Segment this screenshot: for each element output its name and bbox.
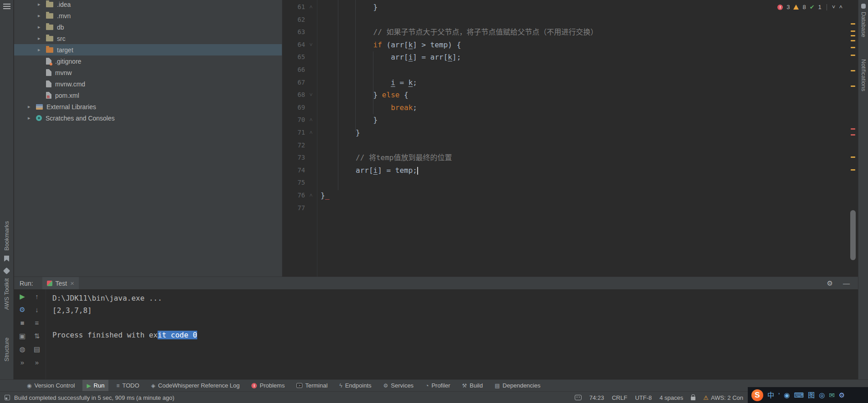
chevron-right-icon[interactable]: ▸ <box>28 104 36 110</box>
stripe-mark[interactable] <box>851 30 855 32</box>
tree-item-src[interactable]: ▸src <box>14 33 282 44</box>
print-button[interactable]: ▤ <box>34 346 40 353</box>
rerun-button[interactable]: ▶ <box>20 293 25 300</box>
toolwindow-version-control[interactable]: ◉Version Control <box>23 380 79 391</box>
more-actions-button[interactable]: » <box>35 359 39 366</box>
code-text[interactable]: } <box>317 114 378 126</box>
caret-position[interactable]: 74:23 <box>589 394 604 401</box>
stripe-mark[interactable] <box>851 23 855 25</box>
file-encoding[interactable]: UTF-8 <box>635 394 652 401</box>
aws-toolkit-icon[interactable] <box>3 267 10 275</box>
code-text[interactable] <box>317 64 321 76</box>
toolwindow-dependencies[interactable]: ▤Dependencies <box>490 380 544 391</box>
toolwindow-run[interactable]: ▶Run <box>82 380 108 391</box>
stripe-mark[interactable] <box>851 55 855 56</box>
sidebar-item-structure[interactable]: Structure <box>3 338 10 362</box>
code-text[interactable] <box>317 176 321 189</box>
code-text[interactable]: } <box>317 1 378 14</box>
toolwindow-services[interactable]: ⚙Services <box>379 380 418 391</box>
thread-dump-button[interactable]: ▣ <box>19 332 26 339</box>
code-text[interactable]: } <box>317 126 360 139</box>
code-text[interactable]: break; <box>317 101 417 114</box>
codewhisperer-status-icon[interactable] <box>575 395 582 400</box>
toolbox-icon[interactable]: ◎ <box>819 392 825 398</box>
sidebar-item-database[interactable]: Database <box>860 12 867 37</box>
fold-marker-icon[interactable]: ˄ <box>305 114 317 126</box>
tree-item--mvn[interactable]: ▸.mvn <box>14 10 282 21</box>
stop-button[interactable]: ■ <box>20 319 24 326</box>
stripe-mark[interactable] <box>851 35 855 36</box>
toolwindow-todo[interactable]: ≡TODO <box>112 380 143 391</box>
prev-problem-icon[interactable]: ˄ <box>839 4 842 10</box>
tree-item--idea[interactable]: ▸.idea <box>14 0 282 10</box>
fold-marker-icon[interactable]: ˄ <box>305 189 317 202</box>
restore-layout-button[interactable]: ≡ <box>35 319 39 326</box>
error-stripe[interactable] <box>850 0 856 277</box>
stripe-mark[interactable] <box>851 47 855 48</box>
stripe-mark[interactable] <box>851 134 855 136</box>
toolwindow-build[interactable]: ⚒Build <box>458 380 487 391</box>
toolwindow-endpoints[interactable]: ϟEndpoints <box>335 380 375 391</box>
chevron-right-icon[interactable]: ▸ <box>28 115 36 121</box>
code-text[interactable]: // 如果子节点大于父节点，将子节点值赋给父节点（不用进行交换） <box>317 26 598 39</box>
fold-marker-icon[interactable]: ˄ <box>305 126 317 139</box>
tool-window-icon[interactable] <box>5 395 10 400</box>
sogou-logo-icon[interactable]: S <box>751 389 763 401</box>
tree-item-mvnw-cmd[interactable]: mvnw.cmd <box>14 78 282 90</box>
modify-run-configuration-button[interactable]: ⚙ <box>19 306 25 313</box>
tree-item--gitignore[interactable]: .gitignore <box>14 55 282 67</box>
stripe-mark[interactable] <box>851 128 855 130</box>
inspections-widget[interactable]: ! 3 8 ✔ 1 ˅ ˄ <box>777 4 842 10</box>
code-text[interactable]: arr[i] = temp; <box>317 164 418 177</box>
more-options-button[interactable]: » <box>20 359 24 366</box>
sort-button[interactable]: ⇅ <box>34 332 40 339</box>
next-problem-icon[interactable]: ˅ <box>832 4 836 10</box>
line-separator[interactable]: CRLF <box>612 394 627 401</box>
chevron-right-icon[interactable]: ▸ <box>38 47 46 53</box>
tree-item-target[interactable]: ▸target <box>14 44 282 55</box>
tree-item-external-libraries[interactable]: ▸External Libraries <box>14 101 282 112</box>
toolwindow-terminal[interactable]: >Terminal <box>292 380 332 391</box>
ime-language-icon[interactable]: 中 <box>767 392 774 398</box>
fold-marker-icon[interactable]: ˅ <box>305 89 317 101</box>
up-stack-trace-button[interactable]: ↑ <box>35 293 39 300</box>
code-text[interactable]: // 将temp值放到最终的位置 <box>317 151 452 164</box>
code-text[interactable] <box>317 202 321 215</box>
code-text[interactable]: i = k; <box>317 76 417 89</box>
sidebar-item-aws-toolkit[interactable]: AWS Toolkit <box>3 278 10 310</box>
editor-scrollbar[interactable] <box>850 210 856 260</box>
settings-tray-icon[interactable]: ⚙ <box>839 392 845 398</box>
tree-item-scratches-and-consoles[interactable]: ▸Scratches and Consoles <box>14 112 282 124</box>
down-stack-trace-button[interactable]: ↓ <box>35 306 39 313</box>
chevron-right-icon[interactable]: ▸ <box>38 13 46 19</box>
stripe-mark[interactable] <box>851 86 855 87</box>
toolwindow-codewhisperer-reference-log[interactable]: ◈CodeWhisperer Reference Log <box>147 380 244 391</box>
aws-connection-status[interactable]: ⚠ AWS: 2 Con <box>703 394 743 401</box>
fold-marker-icon[interactable]: ˄ <box>305 1 317 14</box>
gc-button[interactable]: ◍ <box>19 346 25 353</box>
close-icon[interactable]: × <box>70 279 74 287</box>
run-console[interactable]: D:\JDK11\bin\java.exe ...[2,3,7,8]Proces… <box>52 292 853 341</box>
database-icon[interactable] <box>861 4 866 9</box>
stripe-mark[interactable] <box>851 40 855 41</box>
stripe-mark[interactable] <box>851 156 855 158</box>
toolwindow-profiler[interactable]: ◔Profiler <box>421 380 454 391</box>
screenshot-icon[interactable]: 图 <box>808 392 815 398</box>
bookmark-icon[interactable] <box>4 256 9 262</box>
code-text[interactable] <box>317 14 321 26</box>
code-text[interactable]: } else { <box>317 89 408 101</box>
run-tab-test[interactable]: Test × <box>42 277 79 290</box>
tree-item-pom-xml[interactable]: pom.xml <box>14 90 282 101</box>
sidebar-item-notifications[interactable]: Notifications <box>860 59 867 91</box>
microphone-icon[interactable]: ◉ <box>784 392 790 398</box>
code-text[interactable]: if (arr[k] > temp) { <box>317 39 461 51</box>
code-text[interactable] <box>317 139 321 152</box>
toolwindow-problems[interactable]: !Problems <box>247 380 289 391</box>
stripe-mark[interactable] <box>851 70 855 71</box>
stripe-mark[interactable] <box>851 169 855 171</box>
main-menu-icon[interactable] <box>3 4 10 9</box>
chevron-right-icon[interactable]: ▸ <box>38 1 46 7</box>
lock-icon[interactable] <box>691 397 695 400</box>
fold-marker-icon[interactable]: ˅ <box>305 39 317 51</box>
chevron-right-icon[interactable]: ▸ <box>38 35 46 41</box>
